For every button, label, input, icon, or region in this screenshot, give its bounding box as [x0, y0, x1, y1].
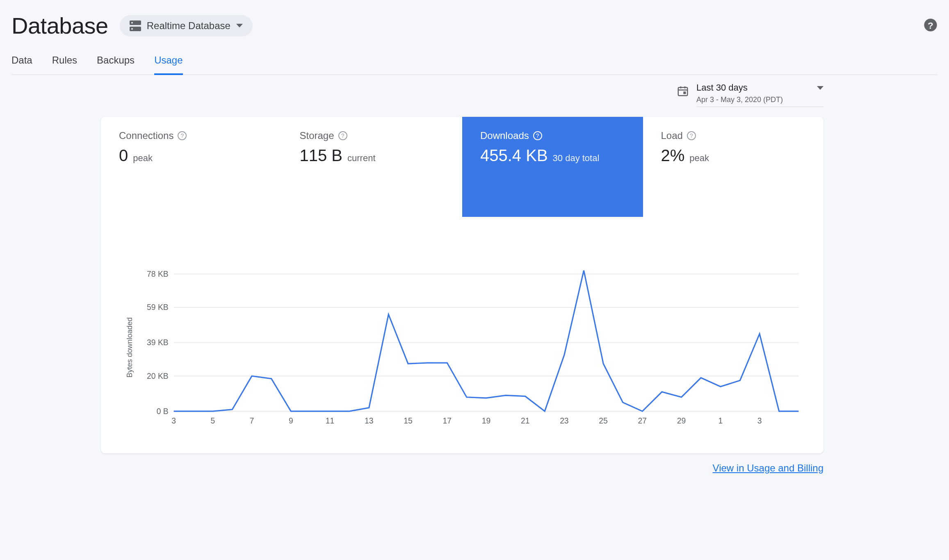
metric-load-label: Load [661, 130, 683, 141]
calendar-icon [677, 82, 689, 99]
metric-storage[interactable]: Storage ? 115 B current [282, 117, 463, 217]
metric-load[interactable]: Load ? 2% peak [643, 117, 824, 217]
svg-text:29: 29 [677, 417, 686, 425]
svg-text:3: 3 [171, 417, 176, 425]
svg-text:19: 19 [482, 417, 490, 425]
svg-text:1: 1 [718, 417, 723, 425]
svg-text:20 KB: 20 KB [147, 372, 169, 380]
help-icon[interactable]: ? [924, 18, 938, 34]
downloads-chart: 0 B20 KB39 KB59 KB78 KB35791113151719212… [134, 266, 803, 429]
database-selector-label: Realtime Database [147, 20, 230, 32]
svg-text:27: 27 [638, 417, 647, 425]
svg-text:9: 9 [289, 417, 293, 425]
svg-text:0 B: 0 B [157, 407, 169, 416]
help-icon[interactable]: ? [687, 131, 696, 140]
svg-text:?: ? [928, 20, 933, 30]
svg-text:25: 25 [599, 417, 607, 425]
svg-point-3 [131, 28, 133, 30]
chevron-down-icon [817, 86, 824, 90]
svg-text:39 KB: 39 KB [147, 338, 169, 347]
tabs: Data Rules Backups Usage [11, 42, 938, 75]
metric-load-value: 2% [661, 146, 685, 165]
chevron-down-icon [236, 24, 243, 27]
help-icon[interactable]: ? [533, 131, 542, 140]
svg-text:3: 3 [757, 417, 762, 425]
metric-storage-label: Storage [300, 130, 334, 141]
page-title: Database [11, 12, 108, 39]
metric-load-sub: peak [689, 153, 709, 164]
database-icon [130, 20, 141, 31]
metric-downloads-label: Downloads [480, 130, 529, 141]
tab-backups[interactable]: Backups [97, 50, 135, 75]
svg-rect-6 [678, 87, 688, 96]
svg-text:11: 11 [326, 417, 334, 425]
usage-card: Connections ? 0 peak Storage ? 115 B cur… [101, 117, 824, 453]
svg-text:21: 21 [521, 417, 529, 425]
metric-downloads-value: 455.4 KB [480, 146, 548, 165]
database-selector[interactable]: Realtime Database [120, 15, 253, 36]
date-range-detail: Apr 3 - May 3, 2020 (PDT) [696, 93, 824, 104]
metric-downloads[interactable]: Downloads ? 455.4 KB 30 day total [462, 117, 643, 217]
metric-connections-label: Connections [119, 130, 173, 141]
date-range-picker[interactable]: Last 30 days Apr 3 - May 3, 2020 (PDT) [696, 82, 824, 107]
metric-connections-value: 0 [119, 146, 128, 165]
svg-text:78 KB: 78 KB [147, 270, 169, 278]
svg-text:17: 17 [443, 417, 451, 425]
help-icon[interactable]: ? [178, 131, 187, 140]
metric-storage-sub: current [347, 153, 375, 164]
svg-text:5: 5 [210, 417, 215, 425]
chart-y-axis-label: Bytes downloaded [121, 266, 134, 429]
date-range-label: Last 30 days [696, 82, 748, 93]
svg-point-2 [131, 22, 133, 23]
view-in-usage-billing-link[interactable]: View in Usage and Billing [713, 462, 824, 474]
svg-rect-10 [683, 91, 686, 94]
metric-connections-sub: peak [133, 153, 153, 164]
svg-text:59 KB: 59 KB [147, 303, 169, 312]
metric-connections[interactable]: Connections ? 0 peak [101, 117, 282, 217]
help-icon[interactable]: ? [338, 131, 347, 140]
metric-downloads-sub: 30 day total [553, 153, 600, 164]
svg-text:7: 7 [250, 417, 254, 425]
svg-text:23: 23 [560, 417, 568, 425]
svg-text:13: 13 [365, 417, 373, 425]
tab-data[interactable]: Data [11, 50, 32, 75]
svg-text:15: 15 [404, 417, 412, 425]
tab-rules[interactable]: Rules [52, 50, 77, 75]
metric-storage-value: 115 B [300, 146, 343, 165]
tab-usage[interactable]: Usage [154, 50, 182, 75]
